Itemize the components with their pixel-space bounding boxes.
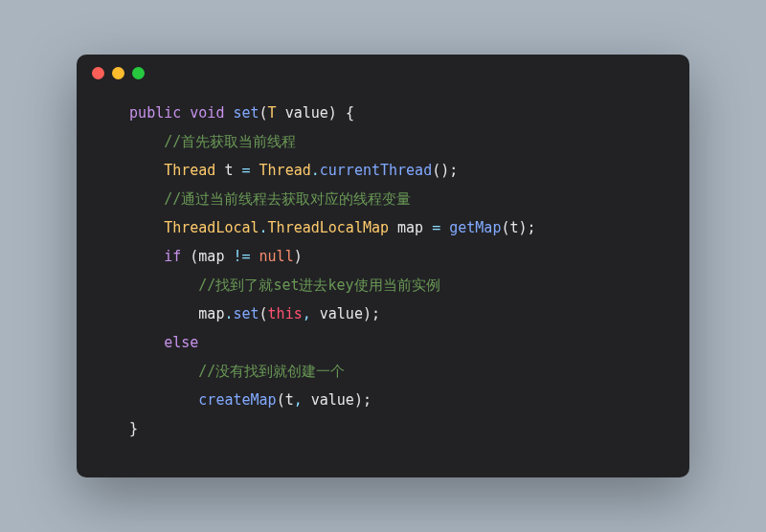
variable: map	[198, 305, 224, 322]
paren: (	[190, 248, 198, 265]
brace: {	[346, 104, 354, 122]
comment: //通过当前线程去获取对应的线程变量	[164, 190, 411, 208]
keyword-if: if	[164, 248, 181, 265]
comma: ,	[303, 305, 311, 322]
type: ThreadLocal	[164, 219, 259, 236]
code-block: public void set(T value) { //首先获取当前线程 Th…	[77, 91, 689, 477]
arg: value	[320, 305, 363, 322]
minimize-icon[interactable]	[112, 67, 124, 79]
comma: ,	[294, 391, 303, 409]
null-literal: null	[259, 248, 294, 265]
paren: );	[363, 305, 380, 322]
code-window: public void set(T value) { //首先获取当前线程 Th…	[77, 55, 689, 477]
keyword-modifier: public	[129, 104, 181, 122]
method: createMap	[198, 391, 276, 409]
method: set	[233, 305, 259, 322]
comment: //首先获取当前线程	[164, 133, 296, 150]
param-type: T	[268, 104, 277, 122]
operator: =	[432, 219, 440, 236]
type: ThreadLocalMap	[268, 219, 389, 236]
method: currentThread	[320, 162, 432, 179]
param-name: value	[285, 104, 328, 122]
paren: (	[259, 104, 268, 122]
paren: );	[354, 391, 372, 409]
operator: !=	[233, 248, 250, 265]
maximize-icon[interactable]	[132, 67, 145, 79]
dot: .	[259, 219, 268, 236]
keyword-else: else	[164, 334, 198, 351]
brace: }	[129, 420, 138, 437]
paren: (	[277, 391, 285, 409]
function-name: set	[233, 104, 259, 122]
variable: map	[198, 248, 224, 265]
dot: .	[311, 162, 320, 179]
paren: );	[519, 219, 536, 236]
arg: value	[311, 391, 354, 409]
operator: =	[242, 162, 251, 179]
type: Thread	[164, 162, 215, 179]
paren: )	[328, 104, 337, 122]
arg: t	[285, 391, 294, 409]
variable: map	[397, 219, 423, 236]
comment: //找到了就set进去key使用当前实例	[198, 277, 439, 294]
class: Thread	[259, 162, 311, 179]
tail: ();	[432, 162, 458, 179]
paren: (	[259, 305, 268, 322]
titlebar	[77, 55, 689, 91]
comment: //没有找到就创建一个	[198, 363, 345, 380]
variable: t	[224, 162, 233, 179]
close-icon[interactable]	[92, 67, 104, 79]
keyword-type: void	[190, 104, 224, 122]
this-keyword: this	[268, 305, 303, 322]
method: getMap	[449, 219, 501, 236]
paren: )	[294, 248, 303, 265]
arg: t	[509, 219, 518, 236]
